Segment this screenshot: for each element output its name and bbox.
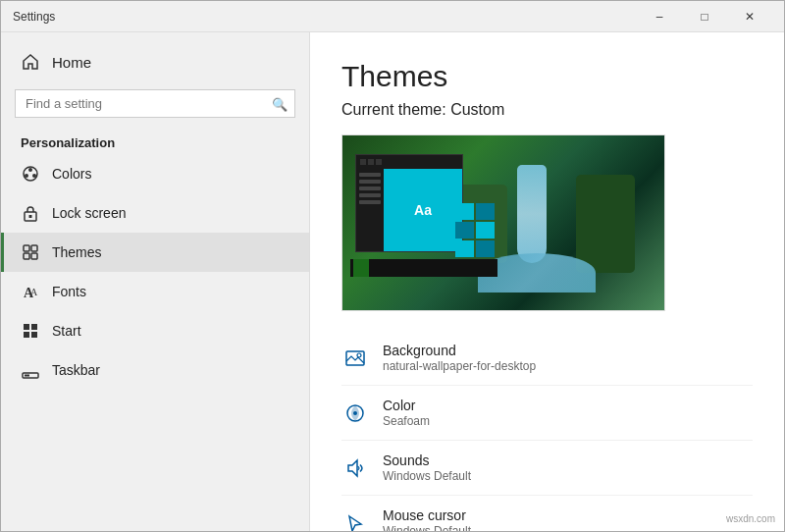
color-icon bbox=[341, 399, 369, 427]
sidebar-item-start[interactable]: Start bbox=[1, 311, 309, 350]
watermark: wsxdn.com bbox=[726, 513, 775, 524]
win-tile-1 bbox=[455, 203, 474, 220]
sidebar-line-1 bbox=[359, 173, 381, 177]
search-input[interactable] bbox=[15, 89, 295, 118]
maximize-button[interactable]: □ bbox=[682, 1, 727, 32]
sidebar-line-2 bbox=[359, 180, 381, 184]
theme-setting-sounds[interactable]: Sounds Windows Default bbox=[341, 441, 753, 496]
close-button[interactable]: ✕ bbox=[727, 1, 772, 32]
svg-rect-9 bbox=[31, 253, 37, 259]
background-icon bbox=[341, 345, 369, 372]
windows-preview: Aa bbox=[350, 149, 497, 277]
svg-point-1 bbox=[28, 168, 32, 172]
win-tile-2 bbox=[476, 203, 495, 220]
win-sidebar-mini bbox=[356, 169, 384, 251]
sidebar-item-home[interactable]: Home bbox=[1, 42, 309, 81]
sidebar-fonts-label: Fonts bbox=[52, 284, 86, 299]
win-window: Aa bbox=[355, 154, 463, 252]
colors-icon bbox=[21, 164, 40, 184]
color-text: Color Seafoam bbox=[383, 398, 430, 428]
taskbar-icon bbox=[21, 360, 40, 380]
theme-preview: Aa bbox=[341, 134, 665, 311]
color-value: Seafoam bbox=[383, 414, 430, 428]
current-theme-label: Current theme: Custom bbox=[341, 101, 753, 119]
theme-setting-background[interactable]: Background natural-wallpaper-for-desktop bbox=[341, 331, 753, 386]
mouse-cursor-value: Windows Default bbox=[383, 524, 471, 532]
svg-text:A: A bbox=[30, 287, 38, 297]
win-tile-5 bbox=[455, 240, 474, 257]
sounds-text: Sounds Windows Default bbox=[383, 452, 471, 483]
background-text: Background natural-wallpaper-for-desktop bbox=[383, 343, 536, 373]
theme-settings-list: Background natural-wallpaper-for-desktop… bbox=[341, 331, 753, 532]
titlebar-controls: – □ ✕ bbox=[637, 1, 772, 32]
home-icon bbox=[21, 52, 40, 72]
svg-rect-17 bbox=[25, 375, 29, 377]
sidebar-line-3 bbox=[359, 186, 381, 190]
sidebar-home-label: Home bbox=[52, 54, 91, 71]
sounds-name: Sounds bbox=[383, 452, 471, 468]
svg-point-21 bbox=[353, 411, 357, 415]
color-name: Color bbox=[383, 398, 430, 413]
win-taskbar-mini bbox=[350, 259, 497, 277]
titlebar: Settings – □ ✕ bbox=[1, 1, 784, 32]
mouse-cursor-text: Mouse cursor Windows Default bbox=[383, 507, 471, 532]
sidebar-search-container: 🔍 bbox=[15, 89, 295, 118]
background-name: Background bbox=[383, 343, 536, 358]
sidebar-item-taskbar[interactable]: Taskbar bbox=[1, 350, 309, 390]
win-titlebar bbox=[356, 155, 462, 169]
svg-rect-12 bbox=[24, 324, 29, 330]
mouse-cursor-icon bbox=[341, 509, 369, 533]
sounds-value: Windows Default bbox=[383, 469, 471, 483]
sidebar-colors-label: Colors bbox=[52, 166, 91, 182]
start-icon bbox=[21, 321, 40, 341]
sidebar-section-label: Personalization bbox=[1, 128, 309, 154]
sidebar-item-lock-screen[interactable]: Lock screen bbox=[1, 193, 309, 233]
titlebar-dot-3 bbox=[376, 159, 382, 165]
sidebar-item-themes[interactable]: Themes bbox=[1, 233, 309, 272]
lock-screen-icon bbox=[21, 203, 40, 223]
svg-rect-5 bbox=[29, 215, 32, 218]
background-value: natural-wallpaper-for-desktop bbox=[383, 359, 536, 373]
win-main-mini: Aa bbox=[384, 169, 462, 251]
svg-point-19 bbox=[357, 353, 361, 357]
sidebar-item-fonts[interactable]: A A Fonts bbox=[1, 272, 309, 311]
svg-rect-13 bbox=[31, 324, 37, 330]
main-content: Themes Current theme: Custom bbox=[310, 32, 784, 532]
themes-icon bbox=[21, 242, 40, 262]
titlebar-title: Settings bbox=[13, 10, 55, 24]
search-icon: 🔍 bbox=[272, 96, 288, 111]
svg-point-2 bbox=[32, 174, 36, 178]
win-tiles bbox=[455, 203, 495, 257]
svg-rect-7 bbox=[31, 245, 37, 251]
svg-point-3 bbox=[25, 174, 28, 178]
rock-right bbox=[576, 175, 635, 273]
minimize-button[interactable]: – bbox=[637, 1, 682, 32]
svg-rect-6 bbox=[24, 245, 29, 251]
sidebar-themes-label: Themes bbox=[52, 244, 102, 260]
win-tile-3 bbox=[455, 222, 474, 239]
waterfall-water bbox=[517, 165, 547, 263]
sounds-icon bbox=[341, 454, 369, 482]
sidebar-lock-screen-label: Lock screen bbox=[52, 205, 126, 221]
theme-setting-mouse-cursor[interactable]: Mouse cursor Windows Default bbox=[341, 496, 753, 532]
sidebar: Home 🔍 Personalization Colors bbox=[1, 32, 310, 532]
win-taskbar-items bbox=[350, 259, 497, 277]
svg-rect-14 bbox=[24, 332, 29, 338]
theme-setting-color[interactable]: Color Seafoam bbox=[341, 386, 753, 441]
fonts-icon: A A bbox=[21, 282, 40, 301]
sidebar-line-5 bbox=[359, 200, 381, 204]
sidebar-item-colors[interactable]: Colors bbox=[1, 154, 309, 193]
sidebar-taskbar-label: Taskbar bbox=[52, 362, 100, 378]
sidebar-line-4 bbox=[359, 193, 381, 197]
svg-rect-15 bbox=[31, 332, 37, 338]
win-tile-4 bbox=[476, 222, 495, 239]
sidebar-start-label: Start bbox=[52, 323, 81, 339]
page-title: Themes bbox=[341, 60, 753, 93]
svg-rect-8 bbox=[24, 253, 29, 259]
titlebar-dot-1 bbox=[360, 159, 366, 165]
titlebar-dot-2 bbox=[368, 159, 374, 165]
win-tile-6 bbox=[476, 240, 495, 257]
mouse-cursor-name: Mouse cursor bbox=[383, 507, 471, 523]
win-body: Aa bbox=[356, 169, 462, 251]
win-start-button bbox=[353, 259, 369, 277]
